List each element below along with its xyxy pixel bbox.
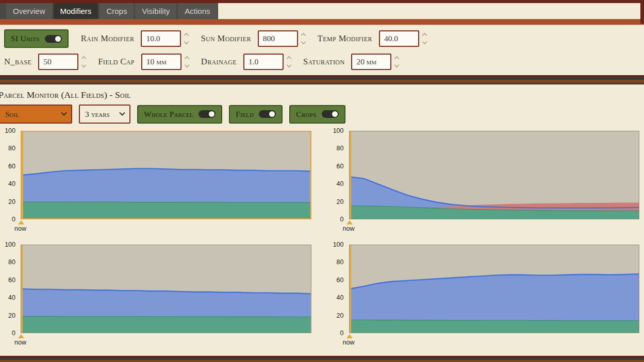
now-marker-line bbox=[350, 131, 351, 219]
field-cap-label: Field Cap bbox=[98, 57, 135, 67]
chart-plot-top-right[interactable] bbox=[349, 131, 640, 219]
rain-modifier-input[interactable] bbox=[141, 30, 181, 47]
y-tick-label: 60 bbox=[8, 163, 15, 170]
now-triangle-icon bbox=[346, 334, 353, 338]
y-tick-label: 80 bbox=[8, 145, 15, 152]
y-tick-label: 100 bbox=[333, 241, 344, 248]
monitor-title: Parcel Monitor (All Fields) - Soil bbox=[0, 90, 644, 100]
y-tick-label: 0 bbox=[340, 330, 344, 337]
spinner-down-icon[interactable] bbox=[422, 40, 427, 45]
saturation-field: Saturation bbox=[303, 54, 399, 70]
parcel-monitor-section: Parcel Monitor (All Fields) - Soil Soil … bbox=[0, 84, 644, 346]
temp-modifier-spinner bbox=[423, 33, 426, 44]
modifiers-panel: SI Units Rain Modifier Sun Modifier Temp… bbox=[0, 25, 644, 75]
now-indicator: now bbox=[343, 220, 640, 232]
spinner-up-icon[interactable] bbox=[184, 33, 189, 38]
toggle-switch[interactable] bbox=[199, 110, 216, 118]
now-label: now bbox=[343, 339, 640, 346]
y-tick-label: 80 bbox=[337, 258, 344, 266]
toggle-switch[interactable] bbox=[322, 110, 339, 118]
spinner-down-icon[interactable] bbox=[301, 40, 306, 45]
y-tick-label: 0 bbox=[12, 330, 15, 337]
toggle-switch[interactable] bbox=[45, 35, 62, 43]
y-tick-label: 20 bbox=[8, 198, 15, 205]
n-base-label: N_base bbox=[4, 57, 31, 67]
chart-plot-bottom-right[interactable] bbox=[349, 245, 640, 333]
spinner-up-icon[interactable] bbox=[301, 33, 306, 38]
chart-svg bbox=[22, 132, 310, 218]
y-tick-label: 100 bbox=[333, 127, 344, 134]
spinner-up-icon[interactable] bbox=[81, 56, 87, 61]
now-marker-line bbox=[21, 245, 23, 333]
temp-modifier-field: Temp Modifier bbox=[318, 30, 426, 47]
now-indicator: now bbox=[343, 334, 640, 346]
now-label: now bbox=[14, 339, 311, 346]
temp-modifier-label: Temp Modifier bbox=[318, 33, 372, 44]
y-axis-ticks: 100806040200 bbox=[0, 245, 21, 333]
saturation-input[interactable] bbox=[351, 54, 391, 70]
tab-overview[interactable]: Overview bbox=[6, 3, 52, 19]
spinner-down-icon[interactable] bbox=[184, 40, 189, 45]
now-marker-line bbox=[22, 132, 23, 218]
modifiers-row-1: SI Units Rain Modifier Sun Modifier Temp… bbox=[4, 29, 640, 48]
sun-modifier-input[interactable] bbox=[258, 30, 298, 47]
spinner-up-icon[interactable] bbox=[184, 56, 189, 61]
rain-modifier-label: Rain Modifier bbox=[81, 33, 135, 44]
drainage-input[interactable] bbox=[243, 54, 284, 70]
spinner-down-icon[interactable] bbox=[394, 63, 400, 68]
field-cap-input[interactable] bbox=[141, 54, 181, 70]
range-select[interactable]: 3 years bbox=[79, 105, 130, 124]
spinner-up-icon[interactable] bbox=[287, 56, 292, 61]
n-base-input[interactable] bbox=[38, 54, 78, 70]
whole-parcel-toggle[interactable]: Whole Parcel bbox=[137, 105, 222, 124]
y-tick-label: 0 bbox=[340, 216, 344, 223]
chart-svg bbox=[350, 245, 639, 333]
spinner-down-icon[interactable] bbox=[287, 63, 292, 68]
y-tick-label: 40 bbox=[337, 294, 344, 301]
crops-toggle[interactable]: Crops bbox=[289, 105, 345, 124]
now-label: now bbox=[14, 225, 311, 232]
chart-plot-top-left[interactable] bbox=[21, 131, 311, 219]
field-cap-spinner bbox=[185, 57, 189, 67]
spinner-down-icon[interactable] bbox=[184, 63, 189, 68]
monitor-controls: Soil 3 years Whole Parcel Field Crops bbox=[0, 105, 644, 124]
saturation-label: Saturation bbox=[303, 57, 345, 67]
rain-modifier-field: Rain Modifier bbox=[81, 30, 189, 47]
y-tick-label: 40 bbox=[8, 180, 15, 187]
si-units-group: SI Units bbox=[4, 29, 69, 48]
orange-accent-bar bbox=[0, 19, 644, 25]
chevron-down-icon bbox=[61, 110, 67, 115]
y-tick-label: 60 bbox=[337, 163, 344, 170]
field-cap-field: Field Cap bbox=[98, 54, 189, 70]
tab-actions[interactable]: Actions bbox=[178, 3, 217, 19]
spinner-down-icon[interactable] bbox=[81, 63, 87, 68]
y-tick-label: 100 bbox=[5, 127, 15, 134]
tab-crops[interactable]: Crops bbox=[100, 3, 134, 19]
chart-plot-bottom-left[interactable] bbox=[21, 245, 311, 333]
y-tick-label: 20 bbox=[8, 312, 15, 319]
toggle-switch[interactable] bbox=[259, 110, 276, 118]
si-units-label: SI Units bbox=[11, 34, 40, 43]
crops-toggle-label: Crops bbox=[296, 110, 316, 119]
drainage-field: Drainage bbox=[201, 54, 291, 70]
chevron-down-icon bbox=[119, 110, 125, 115]
bottom-divider bbox=[0, 356, 644, 362]
now-indicator: now bbox=[14, 334, 311, 346]
si-units-toggle[interactable]: SI Units bbox=[4, 29, 69, 48]
spinner-up-icon[interactable] bbox=[394, 56, 400, 61]
y-tick-label: 100 bbox=[5, 241, 15, 248]
now-triangle-icon bbox=[346, 220, 353, 225]
metric-select[interactable]: Soil bbox=[0, 105, 72, 124]
y-tick-label: 60 bbox=[8, 277, 15, 284]
n-base-field: N_base bbox=[4, 54, 86, 70]
chart-panel-top-left: 100806040200 now bbox=[0, 131, 311, 232]
tab-visibility[interactable]: Visibility bbox=[135, 3, 176, 19]
y-tick-label: 40 bbox=[8, 294, 15, 301]
temp-modifier-input[interactable] bbox=[379, 30, 419, 47]
spinner-up-icon[interactable] bbox=[422, 33, 427, 38]
y-tick-label: 80 bbox=[337, 145, 344, 152]
field-toggle[interactable]: Field bbox=[229, 105, 283, 124]
tab-modifiers[interactable]: Modifiers bbox=[54, 3, 98, 19]
tab-bar: Overview Modifiers Crops Visibility Acti… bbox=[0, 3, 218, 19]
chart-panel-bottom-left: 100806040200 now bbox=[0, 245, 311, 346]
